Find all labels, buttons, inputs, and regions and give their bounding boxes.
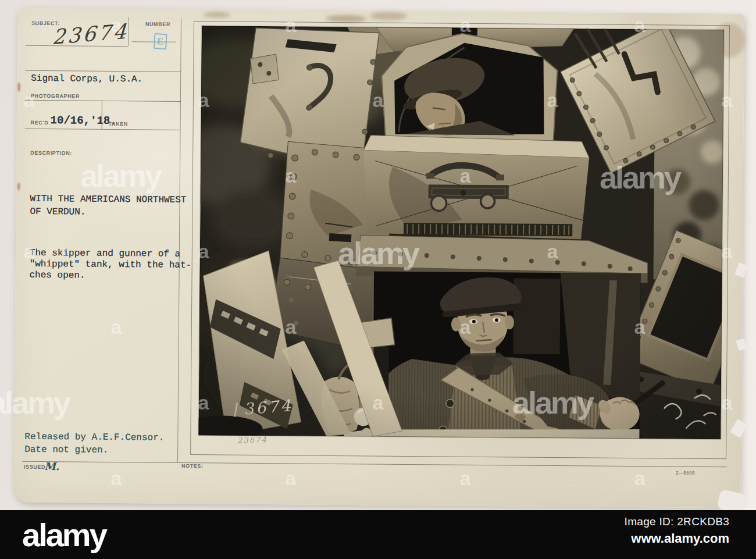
card-stain xyxy=(17,83,20,92)
description-label: DESCRIPTION: xyxy=(30,150,72,156)
stock-photo-page: SUBJECT: 23674 NUMBER E Signal Corps, U.… xyxy=(0,0,756,559)
card-stain xyxy=(326,15,366,23)
release-line-1: Released by A.E.F.Censor. xyxy=(24,430,164,444)
photo-vignette xyxy=(198,26,724,439)
rule-under-photographer xyxy=(25,100,181,102)
number-label: NUMBER xyxy=(145,21,170,27)
alamy-footer: alamy Image ID: 2RCKDB3 www.alamy.com xyxy=(0,510,756,559)
alamy-website-text: www.alamy.com xyxy=(625,531,729,546)
tank-photo-scene: 3674 xyxy=(198,26,724,439)
description-line-1: WITH THE AMERICANS NORTHWEST xyxy=(30,193,186,206)
issued-value-handwritten: M. xyxy=(44,460,59,472)
card-torn-edge xyxy=(734,262,748,277)
alamy-logo: alamy xyxy=(22,510,106,559)
card-stain xyxy=(17,183,20,191)
archive-card: SUBJECT: 23674 NUMBER E Signal Corps, U.… xyxy=(13,8,744,508)
release-line-2: Date not given. xyxy=(24,443,108,457)
card-torn-edge xyxy=(730,419,747,438)
issued-label: ISSUED xyxy=(24,464,45,470)
agency-line: Signal Corps, U.S.A. xyxy=(31,72,142,86)
rule-column-divider xyxy=(177,19,181,462)
received-label: REC'D xyxy=(31,120,49,126)
image-id-text: Image ID: 2RCKDB3 xyxy=(625,515,729,528)
print-code: 2—5605 xyxy=(676,471,695,476)
caption-line-1: The skipper and gunner of a xyxy=(30,248,180,260)
caption-line-3: ches open. xyxy=(29,270,85,282)
number-stamp: E xyxy=(154,33,167,49)
notes-label: NOTES: xyxy=(181,463,204,469)
received-date: 10/16,'18. xyxy=(51,114,117,127)
caption-line-2: "whippet" tank, with the hat- xyxy=(30,259,192,271)
subject-value-handwritten: 23674 xyxy=(52,19,129,49)
rule-above-issued xyxy=(22,461,727,468)
photographer-label: PHOTOGRAPHER xyxy=(31,93,80,99)
photo-number-pencil: 23674 xyxy=(237,435,268,444)
tank-photograph: 3674 xyxy=(198,26,724,439)
rule-under-recd xyxy=(25,129,181,130)
card-torn-edge xyxy=(736,339,747,351)
description-line-2: OF VERDUN. xyxy=(30,205,85,219)
card-stain xyxy=(204,12,230,17)
card-stain xyxy=(370,12,407,20)
taken-label: TAKEN xyxy=(109,121,128,127)
